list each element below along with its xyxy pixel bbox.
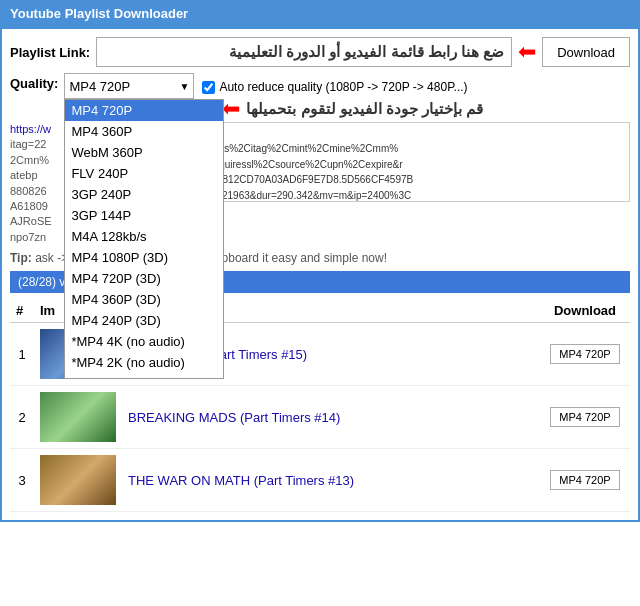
row-2-download-button[interactable]: MP4 720P (550, 407, 619, 427)
quality-option-mp4-720p-no-audio[interactable]: *MP4 720P (no audio) (65, 373, 223, 379)
row-3-num: 3 (10, 449, 34, 512)
row-3-download-button[interactable]: MP4 720P (550, 470, 619, 490)
quality-option-mp4-2k-no-audio[interactable]: *MP4 2K (no audio) (65, 352, 223, 373)
playlist-label: Playlist Link: (10, 45, 90, 60)
quality-instruction-row: ⬅ قم بإختيار جودة الفيديو لتقوم بتحميلها (222, 98, 483, 120)
thumbnail-2 (40, 392, 116, 442)
row-1-download-button[interactable]: MP4 720P (550, 344, 619, 364)
row-2-thumbnail (34, 386, 122, 449)
quality-dropdown-list: MP4 720P MP4 360P WebM 360P FLV 240P 3GP… (64, 99, 224, 379)
row-2-title[interactable]: BREAKING MADS (Part Timers #14) (122, 386, 540, 449)
quality-option-mp4-360p[interactable]: MP4 360P (65, 121, 223, 142)
col-header-download: Download (540, 299, 630, 323)
quality-selected-value: MP4 720P (69, 79, 130, 94)
title-bar: Youtube Playlist Downloader (0, 0, 640, 27)
quality-option-mp4-720p[interactable]: MP4 720P (65, 100, 223, 121)
quality-dropdown-wrapper: MP4 720P ▼ MP4 720P MP4 360P WebM 360P F… (64, 73, 194, 99)
quality-option-mp4-1080p-3d[interactable]: MP4 1080P (3D) (65, 247, 223, 268)
col-header-num: # (10, 299, 34, 323)
quality-option-m4a[interactable]: M4A 128kb/s (65, 226, 223, 247)
row-3-download: MP4 720P (540, 449, 630, 512)
playlist-input-container: ضع هنا رابط قائمة الفيديو أو الدورة التع… (96, 37, 512, 67)
quality-option-3gp-240p[interactable]: 3GP 240P (65, 184, 223, 205)
app-title: Youtube Playlist Downloader (10, 6, 188, 21)
row-3-title[interactable]: THE WAR ON MATH (Part Timers #13) (122, 449, 540, 512)
quality-arrow-icon: ⬅ (222, 98, 240, 120)
quality-row: Quality: MP4 720P ▼ MP4 720P MP4 360P We… (10, 73, 194, 99)
tip-label: Tip: (10, 251, 32, 265)
auto-reduce-label[interactable]: Auto reduce quality (1080P -> 720P -> 48… (219, 80, 467, 94)
quality-option-webm-360p[interactable]: WebM 360P (65, 142, 223, 163)
quality-option-mp4-4k-no-audio[interactable]: *MP4 4K (no audio) (65, 331, 223, 352)
auto-reduce-checkbox[interactable] (202, 81, 215, 94)
playlist-arrow-icon: ⬅ (518, 41, 536, 63)
quality-arabic-instruction: قم بإختيار جودة الفيديو لتقوم بتحميلها (246, 100, 483, 118)
quality-option-mp4-720p-3d[interactable]: MP4 720P (3D) (65, 268, 223, 289)
row-1-num: 1 (10, 323, 34, 386)
main-content: Playlist Link: ضع هنا رابط قائمة الفيديو… (0, 27, 640, 522)
table-row: 3 THE WAR ON MATH (Part Timers #13) MP4 … (10, 449, 630, 512)
download-button[interactable]: Download (542, 37, 630, 67)
row-3-thumbnail (34, 449, 122, 512)
playlist-row: Playlist Link: ضع هنا رابط قائمة الفيديو… (10, 37, 630, 67)
quality-option-mp4-240p-3d[interactable]: MP4 240P (3D) (65, 310, 223, 331)
thumbnail-3 (40, 455, 116, 505)
quality-option-3gp-144p[interactable]: 3GP 144P (65, 205, 223, 226)
quality-option-mp4-360p-3d[interactable]: MP4 360P (3D) (65, 289, 223, 310)
table-row: 2 BREAKING MADS (Part Timers #14) MP4 72… (10, 386, 630, 449)
row-2-download: MP4 720P (540, 386, 630, 449)
row-2-num: 2 (10, 386, 34, 449)
quality-label: Quality: (10, 73, 58, 91)
row-1-download: MP4 720P (540, 323, 630, 386)
quality-option-flv-240p[interactable]: FLV 240P (65, 163, 223, 184)
playlist-input[interactable] (96, 37, 512, 67)
quality-dropdown-button[interactable]: MP4 720P ▼ (64, 73, 194, 99)
dropdown-arrow-icon: ▼ (180, 81, 190, 92)
auto-reduce-row: Auto reduce quality (1080P -> 720P -> 48… (202, 76, 483, 94)
